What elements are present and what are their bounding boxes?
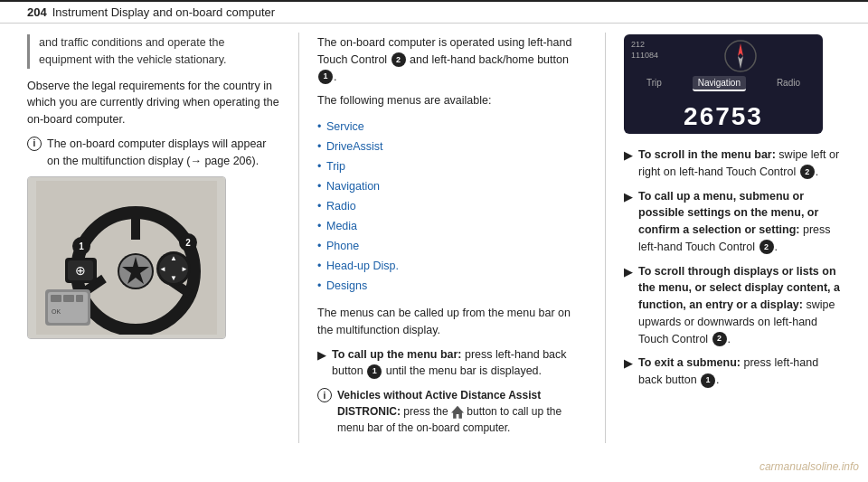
watermark: carmanualsoline.info	[760, 460, 859, 473]
tab-trip: Trip	[641, 76, 667, 91]
circle-1-exit: 1	[701, 373, 715, 388]
svg-marker-29	[738, 56, 743, 69]
quote-text: and traffic conditions and operate the e…	[39, 36, 227, 66]
display-number-sub: 111084	[631, 51, 658, 61]
menu-item-navigation: Navigation	[317, 176, 587, 196]
svg-rect-23	[51, 295, 61, 302]
page-container: 204 Instrument Display and on-board comp…	[0, 0, 868, 482]
circle-1-inline: 1	[318, 70, 333, 84]
steering-svg-wrap: ⊕ 1 ▲ ▼ ◄ ► 2	[28, 177, 225, 338]
page-title: Instrument Display and on-board computer	[52, 5, 275, 19]
arrow-list-right: ▶ To scroll in the menu bar: swipe left …	[624, 146, 841, 389]
steering-wheel-svg: ⊕ 1 ▲ ▼ ◄ ► 2	[36, 181, 217, 335]
para-operated-text2: and left-hand back/home button	[407, 53, 569, 66]
arrow-item-scroll-bar: ▶ To scroll in the menu bar: swipe left …	[624, 146, 841, 181]
arrow-item-exit: ▶ To exit a submenu: press left-hand bac…	[624, 354, 841, 389]
arrow-text-call: To call up a menu, submenu or possible s…	[638, 188, 841, 256]
para-menus-bar: The menus can be called up from the menu…	[317, 305, 587, 339]
para-operated-text3: .	[334, 71, 336, 83]
circle-2-scroll: 2	[800, 165, 815, 179]
menu-item-designs: Designs	[317, 276, 587, 296]
tab-radio: Radio	[771, 76, 806, 91]
svg-text:1: 1	[79, 241, 84, 251]
circle-1-menubar: 1	[367, 364, 382, 379]
arrow-text-exit: To exit a submenu: press left-hand back …	[638, 354, 841, 389]
svg-text:▼: ▼	[170, 274, 177, 282]
arrow-text-scroll: To scroll in the menu bar: swipe left or…	[638, 146, 841, 181]
display-main-number: 26753	[624, 95, 823, 134]
arrow-icon-exit: ▶	[624, 354, 633, 373]
menu-item-headup: Head-up Disp.	[317, 256, 587, 276]
arrow-icon-scroll: ▶	[624, 146, 633, 165]
svg-text:▲: ▲	[170, 254, 177, 262]
para-menus-available: The following menus are available:	[317, 92, 587, 109]
display-compass-wrap	[665, 40, 816, 72]
quote-block: and traffic conditions and operate the e…	[27, 34, 280, 69]
steering-wheel-image: ⊕ 1 ▲ ▼ ◄ ► 2	[27, 176, 226, 339]
menu-item-trip: Trip	[317, 156, 587, 176]
info-icon-1: i	[27, 137, 42, 151]
display-left-info: 212 111084	[631, 40, 658, 61]
arrow-icon-1: ▶	[317, 346, 326, 364]
svg-marker-28	[738, 43, 743, 56]
menu-item-service: Service	[317, 117, 587, 137]
info-box-1: i The on-board computer displays will ap…	[27, 136, 280, 170]
svg-rect-25	[76, 295, 83, 302]
svg-text:2: 2	[185, 238, 191, 248]
page-header: 204 Instrument Display and on-board comp…	[0, 0, 868, 24]
arrow-text-scroll-list: To scroll through displays or lists on t…	[638, 263, 841, 348]
para-operated: The on-board computer is operated using …	[317, 34, 587, 85]
circle-2-call: 2	[760, 240, 774, 254]
arrow-list-middle: ▶ To call up the menu bar: press left-ha…	[317, 346, 587, 381]
car-display-inner: 212 111084	[624, 34, 823, 134]
menu-item-media: Media	[317, 216, 587, 236]
svg-text:◄: ◄	[159, 265, 166, 273]
display-number-top: 212	[631, 40, 658, 51]
para-legal: Observe the legal requirements for the c…	[27, 78, 280, 128]
column-divider-1	[298, 33, 299, 443]
arrow-text-1: To call up the menu bar: press left-hand…	[332, 346, 587, 381]
menu-item-driveassist: DriveAssist	[317, 137, 587, 156]
svg-text:OK: OK	[52, 308, 61, 315]
circle-2-scroll-list: 2	[712, 332, 727, 346]
car-display: 212 111084	[624, 34, 823, 134]
page-number: 204	[27, 5, 47, 19]
circle-2-inline: 2	[392, 52, 406, 67]
arrow-item-scroll-list: ▶ To scroll through displays or lists on…	[624, 263, 841, 348]
info-icon-vehicles: i	[317, 388, 332, 402]
menu-list: Service DriveAssist Trip Navigation Radi…	[317, 117, 587, 296]
menu-item-radio: Radio	[317, 196, 587, 216]
column-divider-2	[605, 33, 606, 443]
arrow-icon-scroll-list: ▶	[624, 263, 633, 281]
vehicles-warning: i Vehicles without Active Distance Assis…	[317, 387, 587, 436]
middle-column: The on-board computer is operated using …	[317, 24, 587, 443]
arrow-item-call-menu: ▶ To call up a menu, submenu or possible…	[624, 188, 841, 256]
svg-text:⊕: ⊕	[75, 263, 86, 278]
svg-rect-24	[63, 295, 74, 302]
svg-text:►: ►	[181, 265, 188, 273]
arrow-icon-call: ▶	[624, 188, 633, 206]
display-tabs: Trip Navigation Radio	[624, 72, 823, 95]
info-text-1: The on-board computer displays will appe…	[47, 136, 280, 170]
main-content: and traffic conditions and operate the e…	[0, 24, 868, 443]
compass-svg	[724, 40, 757, 72]
home-icon	[451, 406, 464, 419]
tab-navigation: Navigation	[693, 76, 746, 91]
left-column: and traffic conditions and operate the e…	[27, 24, 280, 443]
vehicles-warning-text: Vehicles without Active Distance Assist …	[337, 387, 587, 436]
menu-item-phone: Phone	[317, 236, 587, 256]
arrow-item-menu-bar: ▶ To call up the menu bar: press left-ha…	[317, 346, 587, 381]
right-column: 212 111084	[624, 24, 841, 443]
